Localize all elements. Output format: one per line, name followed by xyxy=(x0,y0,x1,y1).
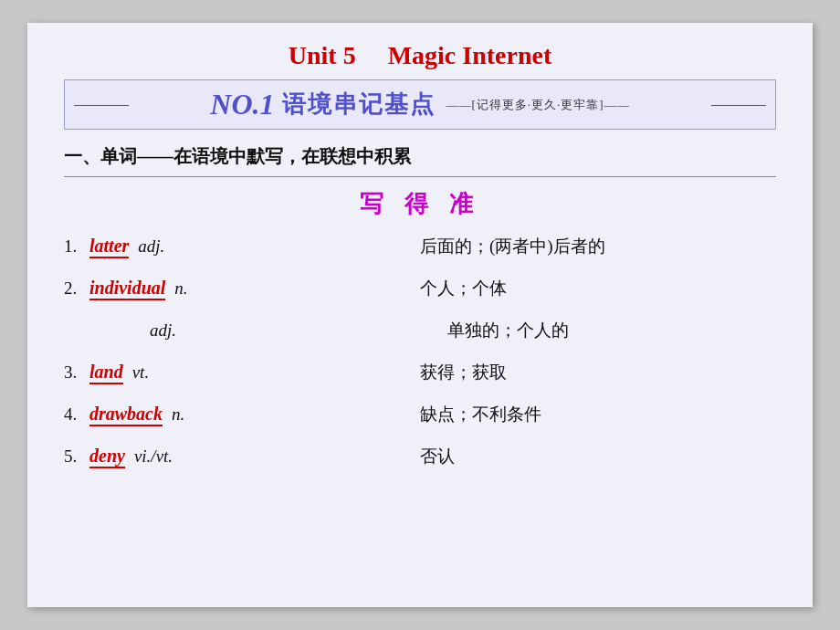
vocab-num: 1. xyxy=(64,236,89,257)
vocab-pos: adj. xyxy=(150,320,176,341)
vocab-pos: n. xyxy=(172,404,184,425)
vocab-num: 4. xyxy=(64,404,89,425)
vocab-meaning: 单独的；个人的 xyxy=(447,319,776,342)
list-item: 3. land vt. 获得；获取 xyxy=(64,361,776,384)
vocab-num: 2. xyxy=(64,278,89,299)
list-item: 5. deny vi./vt. 否认 xyxy=(64,445,776,468)
page-title: Unit 5 Magic Internet xyxy=(64,41,776,70)
banner-sub: ——[记得更多·更久·更牢靠]—— xyxy=(446,97,630,113)
vocab-meaning: 缺点；不利条件 xyxy=(420,403,776,426)
vocab-meaning: 否认 xyxy=(420,445,776,468)
banner-text: 语境串记基点 xyxy=(282,89,436,121)
vocab-num: 3. xyxy=(64,362,89,383)
unit-name: Magic Internet xyxy=(388,41,552,69)
write-title: 写 得 准 xyxy=(64,188,776,220)
vocab-word: deny xyxy=(89,446,125,468)
section-header: 一、单词——在语境中默写，在联想中积累 xyxy=(64,144,776,169)
vocab-pos: vt. xyxy=(132,362,149,383)
vocab-num: 5. xyxy=(64,446,89,467)
divider xyxy=(64,176,776,177)
vocab-pos: adj. xyxy=(138,236,164,257)
slide: Unit 5 Magic Internet NO.1 语境串记基点 ——[记得更… xyxy=(27,23,813,607)
list-item: 2. individual n. 个人；个体 xyxy=(64,277,776,300)
list-item: 4. drawback n. 缺点；不利条件 xyxy=(64,403,776,426)
vocab-pos: vi./vt. xyxy=(134,446,173,467)
vocab-pos: n. xyxy=(174,278,187,299)
vocab-word: latter xyxy=(89,236,129,258)
unit-label: Unit 5 xyxy=(289,41,356,69)
banner-no: NO.1 xyxy=(210,88,274,121)
vocab-word: drawback xyxy=(89,404,163,426)
vocab-meaning: 后面的；(两者中)后者的 xyxy=(420,235,776,258)
list-item: adj. 单独的；个人的 xyxy=(64,319,776,342)
vocab-meaning: 获得；获取 xyxy=(420,361,776,384)
vocab-word: land xyxy=(89,362,123,384)
banner: NO.1 语境串记基点 ——[记得更多·更久·更牢靠]—— xyxy=(64,79,776,130)
list-item: 1. latter adj. 后面的；(两者中)后者的 xyxy=(64,235,776,258)
vocab-word: individual xyxy=(89,278,165,300)
vocab-list: 1. latter adj. 后面的；(两者中)后者的 2. individua… xyxy=(64,235,776,468)
vocab-meaning: 个人；个体 xyxy=(420,277,776,300)
